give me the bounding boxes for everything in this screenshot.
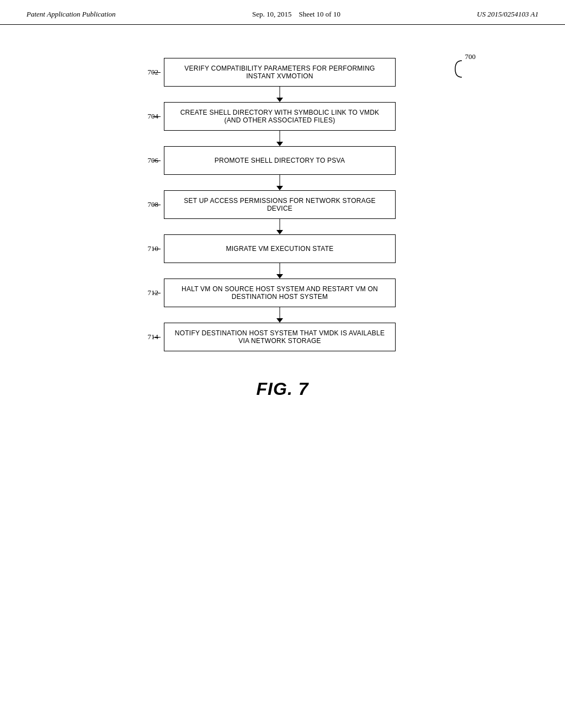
arrow-708-710 — [164, 219, 396, 234]
arrow-704-706 — [164, 131, 396, 146]
arrow-712-714 — [164, 307, 396, 323]
header-left: Patent Application Publication — [26, 10, 116, 19]
step-708-box: Set up access permissions for network st… — [164, 190, 396, 219]
header-center: Sep. 10, 2015 Sheet 10 of 10 — [252, 10, 340, 19]
page-header: Patent Application Publication Sep. 10, … — [0, 0, 565, 25]
step-706-label: 706 — [128, 156, 158, 165]
step-710-label: 710 — [128, 244, 158, 253]
step-710-box: Migrate VM execution state — [164, 234, 396, 263]
step-712-label: 712 — [128, 288, 158, 297]
step-704-box: Create shell directory with symbolic lin… — [164, 102, 396, 131]
header-date: Sep. 10, 2015 — [252, 10, 292, 18]
step-704: 704 Create shell directory with symbolic… — [128, 102, 437, 131]
figure-label: FIG. 7 — [257, 379, 309, 399]
step-714: 714 Notify destination host system that … — [128, 323, 437, 351]
step-702-box: Verify compatibility parameters for perf… — [164, 58, 396, 87]
header-sheet: Sheet 10 of 10 — [299, 10, 340, 18]
step-714-label: 714 — [128, 333, 158, 341]
step-712-box: Halt VM on source host system and restar… — [164, 279, 396, 307]
step-704-label: 704 — [128, 112, 158, 121]
header-right: US 2015/0254103 A1 — [477, 10, 539, 19]
step-708-label: 708 — [128, 200, 158, 209]
arrow-710-712 — [164, 263, 396, 279]
step-710: 710 Migrate VM execution state — [128, 234, 437, 263]
brace-icon — [451, 58, 467, 82]
diagram-area: 700 702 Verify compatibility parameters … — [0, 25, 565, 399]
step-702: 702 Verify compatibility parameters for … — [128, 58, 437, 87]
step-708: 708 Set up access permissions for networ… — [128, 190, 437, 219]
arrow-706-708 — [164, 175, 396, 190]
step-706: 706 Promote shell directory to PSVA — [128, 146, 437, 175]
step-712: 712 Halt VM on source host system and re… — [128, 279, 437, 307]
step-706-box: Promote shell directory to PSVA — [164, 146, 396, 175]
arrow-702-704 — [164, 87, 396, 102]
step-702-label: 702 — [128, 68, 158, 77]
flow-chart: 700 702 Verify compatibility parameters … — [128, 58, 437, 351]
step-714-box: Notify destination host system that VMDK… — [164, 323, 396, 351]
